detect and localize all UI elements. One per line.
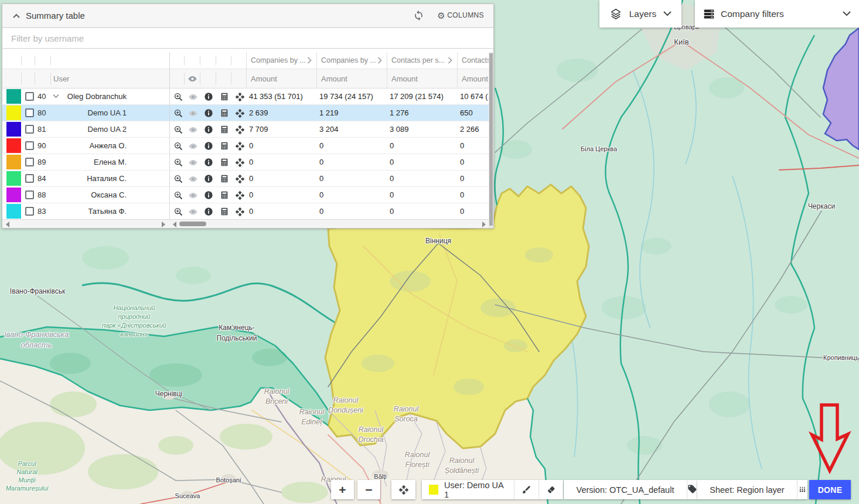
visibility-icon[interactable] [188, 207, 198, 217]
user-color-swatch[interactable] [6, 188, 21, 202]
column-group[interactable]: Companies by ... [246, 52, 316, 69]
visibility-icon[interactable] [188, 158, 198, 168]
info-icon[interactable] [204, 207, 214, 217]
table-row[interactable]: 40 Oleg Dobranchuk 41 353 (51 701) 19 73… [2, 88, 489, 105]
zoom-to-icon[interactable] [173, 92, 183, 102]
table-row[interactable]: 81 Demo UA 2 7 709 3 204 3 089 2 [2, 121, 489, 138]
columns-button[interactable]: ⚙COLUMNS [437, 11, 484, 21]
scroll-left-icon[interactable] [6, 222, 9, 227]
row-checkbox[interactable] [25, 108, 34, 117]
zoom-to-icon[interactable] [173, 125, 183, 135]
user-color-swatch[interactable] [6, 155, 21, 169]
calculator-icon[interactable] [220, 125, 230, 135]
calculator-icon[interactable] [220, 174, 230, 184]
amount-value: 0 [319, 187, 386, 203]
info-icon[interactable] [204, 125, 214, 135]
row-checkbox[interactable] [25, 190, 34, 199]
version-tag-button[interactable] [687, 484, 697, 496]
calculator-icon[interactable] [220, 92, 230, 102]
zoom-out-button[interactable]: − [357, 480, 380, 499]
scrollbar-thumb[interactable] [179, 222, 206, 226]
table-row[interactable]: 80 Demo UA 1 2 639 1 219 1 276 6 [2, 105, 489, 121]
table-row[interactable]: 89 Елена М. 0 0 0 0 [2, 154, 489, 171]
info-icon[interactable] [204, 108, 214, 118]
move-icon[interactable] [235, 125, 245, 135]
calculator-icon[interactable] [220, 207, 230, 217]
user-color-swatch[interactable] [6, 171, 21, 186]
column-group[interactable]: Companies by ... [316, 52, 387, 69]
refresh-icon[interactable] [413, 10, 424, 21]
info-icon[interactable] [204, 158, 214, 168]
move-icon[interactable] [235, 108, 245, 118]
calculator-icon[interactable] [220, 141, 230, 151]
user-color-swatch[interactable] [6, 204, 21, 219]
expand-chevron-icon[interactable] [53, 94, 59, 98]
user-color-swatch[interactable] [6, 138, 21, 153]
user-color-swatch[interactable] [6, 122, 21, 137]
row-checkbox[interactable] [25, 141, 34, 150]
sheet-button[interactable]: Sheet: Region layer [697, 485, 797, 495]
layers-button[interactable]: Layers [599, 0, 681, 28]
collapse-chevron-icon[interactable] [12, 12, 21, 21]
scroll-left-icon[interactable] [173, 222, 176, 227]
zoom-in-button[interactable]: + [331, 480, 354, 499]
visibility-icon[interactable] [188, 174, 198, 184]
info-icon[interactable] [204, 174, 214, 184]
calculator-icon[interactable] [220, 158, 230, 168]
visibility-icon[interactable] [188, 92, 198, 102]
info-icon[interactable] [204, 141, 214, 151]
move-icon[interactable] [235, 141, 245, 151]
horizontal-scrollbar[interactable] [2, 219, 489, 228]
eraser-tool-button[interactable] [539, 480, 563, 499]
zoom-to-icon[interactable] [173, 108, 183, 118]
user-id: 83 [38, 203, 53, 220]
table-row[interactable]: 90 Анжела О. 0 0 0 0 [2, 138, 489, 154]
scrollbar-thumb[interactable] [489, 53, 493, 226]
user-color-swatch[interactable] [6, 89, 21, 104]
scroll-right-icon[interactable] [162, 222, 165, 227]
scroll-right-icon[interactable] [482, 222, 486, 227]
filter-username-input[interactable] [2, 28, 493, 49]
pan-button[interactable] [391, 480, 415, 499]
zoom-to-icon[interactable] [173, 207, 183, 217]
calculator-icon[interactable] [220, 190, 230, 200]
visibility-icon[interactable] [188, 125, 198, 135]
column-group[interactable]: Contacts [457, 52, 490, 69]
done-button[interactable]: DONE [809, 480, 851, 499]
active-user-button[interactable]: User: Demo UA 1 [422, 480, 514, 499]
table-row[interactable]: 84 Наталия С. 0 0 0 0 [2, 171, 489, 187]
zoom-to-icon[interactable] [173, 141, 183, 151]
visibility-icon[interactable] [188, 190, 198, 200]
table-row[interactable]: 83 Татьяна Ф. 0 0 0 0 [2, 203, 489, 220]
zoom-to-icon[interactable] [173, 158, 183, 168]
row-checkbox[interactable] [25, 158, 34, 166]
company-filters-dropdown[interactable]: Company filters [695, 0, 859, 28]
row-checkbox[interactable] [25, 92, 34, 101]
info-icon[interactable] [204, 190, 214, 200]
info-icon[interactable] [204, 92, 214, 102]
column-group[interactable]: Contacts per s... [387, 52, 457, 69]
visibility-column-icon[interactable] [188, 74, 197, 84]
layers-label: Layers [629, 9, 657, 19]
row-checkbox[interactable] [25, 174, 34, 183]
row-checkbox[interactable] [25, 125, 34, 134]
sheet-toolbar: Sheet: Region layer [697, 480, 807, 499]
visibility-icon[interactable] [188, 141, 198, 151]
vertical-scrollbar[interactable] [489, 52, 493, 228]
version-button[interactable]: Version: OTC_UA_default [564, 485, 687, 495]
move-icon[interactable] [235, 158, 245, 168]
move-icon[interactable] [235, 174, 245, 184]
calculator-icon[interactable] [220, 108, 230, 118]
move-icon[interactable] [235, 190, 245, 200]
table-row[interactable]: 88 Оксана С. 0 0 0 0 [2, 187, 489, 203]
zoom-to-icon[interactable] [173, 174, 183, 184]
brush-tool-button[interactable] [514, 480, 538, 499]
move-icon[interactable] [235, 207, 245, 217]
row-checkbox[interactable] [25, 207, 34, 216]
zoom-to-icon[interactable] [173, 190, 183, 200]
company-filters-label: Company filters [721, 9, 784, 19]
visibility-icon[interactable] [188, 108, 198, 118]
sheet-grid-button[interactable] [797, 484, 807, 496]
user-color-swatch[interactable] [6, 105, 21, 120]
move-icon[interactable] [235, 92, 245, 102]
